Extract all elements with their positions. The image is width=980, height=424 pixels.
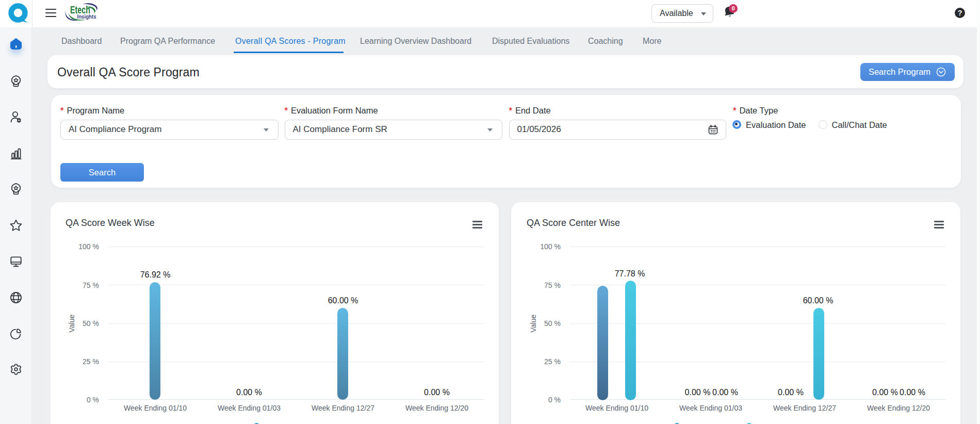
svg-text:Insights: Insights	[77, 13, 96, 20]
